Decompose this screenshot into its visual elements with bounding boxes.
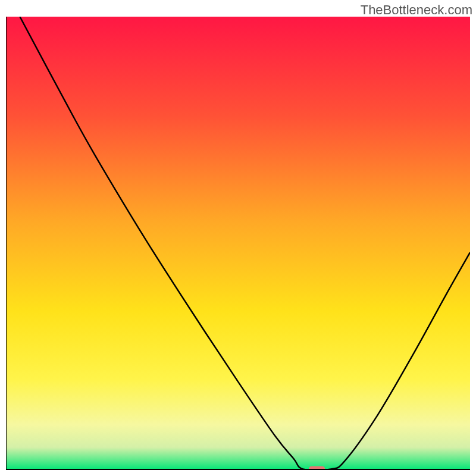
watermark-text: TheBottleneck.com <box>361 2 472 18</box>
chart-svg <box>6 17 470 470</box>
chart-background <box>6 17 470 470</box>
chart-container: TheBottleneck.com <box>0 0 476 476</box>
chart-plot-area <box>6 17 470 470</box>
